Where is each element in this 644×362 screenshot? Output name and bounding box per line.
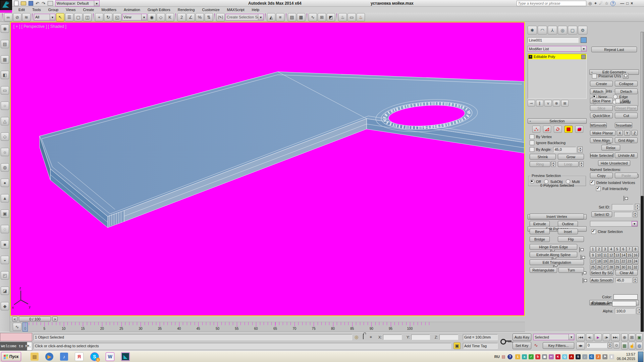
redo-icon[interactable]: ↷ [42,1,45,6]
preserve-uvs-settings-button[interactable] [623,73,629,79]
hinge-from-edge-button[interactable]: Hinge From Edge [530,244,577,250]
insert-vertex-button[interactable]: Insert Vertex [530,214,584,219]
smoothing-group-button[interactable]: 4 [608,246,614,252]
y-coordinate-field[interactable] [411,335,430,340]
application-menu-button[interactable] [0,0,12,10]
use-pivot-center-icon[interactable]: ◉ [148,13,156,21]
msmooth-button[interactable]: MSmooth [590,122,607,128]
material-editor-icon[interactable]: ◩ [327,13,335,21]
tray-mute-icon[interactable]: ♪ [582,354,587,359]
ring-spinner[interactable] [551,161,555,167]
collapse-button[interactable]: Collapse [615,81,638,86]
paste-button[interactable]: Paste [615,173,638,178]
tray-network-icon[interactable]: ▮ [609,354,614,359]
pin-stack-icon[interactable]: ⊸ [528,100,535,107]
smoothing-group-button[interactable]: 27 [602,264,608,270]
left-toolbar-button[interactable]: ○ [1,102,9,110]
time-slider-handle[interactable]: 0 / 100 [19,316,51,321]
select-id-field[interactable] [614,212,632,217]
tab-hierarchy[interactable]: ⅄ [548,26,557,35]
inset-button[interactable]: Inset [558,229,578,234]
subobject-border-icon[interactable] [554,126,562,133]
expand-stack-icon[interactable]: + [529,55,532,59]
menu-item[interactable]: Graph Editors [144,8,174,12]
planar-x-button[interactable]: X [617,130,623,136]
help-tray-icon[interactable]: ? [507,354,513,359]
object-name-field[interactable]: Line001 [528,37,579,43]
tray-flag-icon[interactable]: ⚑ [602,354,607,359]
align-icon[interactable]: ≡ [276,13,284,21]
auto-key-button[interactable]: Auto Key [513,334,531,341]
macro-recorder-pane[interactable] [0,333,32,341]
by-vertex-checkbox[interactable] [530,134,534,139]
full-interactivity-checkbox[interactable] [596,186,601,191]
smoothing-group-button[interactable]: 14 [621,252,626,258]
smoothing-group-button[interactable]: 29 [614,264,620,270]
taskbar-skype-button[interactable]: S 1 [90,352,99,361]
color-swatch[interactable] [613,294,638,300]
flip-button[interactable]: Flip [558,236,584,242]
subobject-edge-icon[interactable] [543,126,551,133]
tab-display[interactable]: ▢ [568,26,577,35]
go-to-start-button[interactable]: |◀◀ [576,334,585,341]
minimize-button[interactable]: — [620,1,624,6]
smoothing-group-button[interactable]: 12 [608,252,614,258]
delete-isolated-vertices-checkbox[interactable] [590,180,595,185]
select-object-icon[interactable]: ↖ [56,13,64,21]
bind-to-space-warp-icon[interactable]: ≋ [22,13,31,21]
key-filters-button[interactable]: Key Filters... [543,342,574,349]
track-bar[interactable]: ∿ 0 5 10 15 20 25 30 [10,322,525,332]
split-checkbox[interactable] [615,99,620,103]
slice-plane-button[interactable]: Slice Plane [590,98,613,104]
percent-snap-icon[interactable]: % [196,13,204,21]
z-coordinate-field[interactable] [439,335,458,340]
tab-motion[interactable]: ◎ [558,26,567,35]
pan-view-button[interactable]: ☝ [629,342,635,350]
smoothing-group-button[interactable]: 2 [596,246,602,252]
graphite-ribbon-icon[interactable]: ▦ [297,13,305,21]
select-and-manipulate-icon[interactable]: ◇ [157,13,165,21]
key-step-toggle[interactable]: ◀▶ [576,342,585,350]
rollout-selection-header[interactable]: - Selection [528,118,587,124]
menu-item[interactable]: Group [45,8,62,12]
scene-canvas[interactable]: z x y [11,22,524,315]
planar-z-button[interactable]: Z [632,130,638,136]
outline-button[interactable]: Outline [558,221,578,227]
make-unique-icon[interactable]: ⋎ [544,100,552,107]
stack-item-visibility-icon[interactable] [581,55,586,59]
add-time-tag[interactable]: Add Time Tag [463,343,498,349]
tessellate-button[interactable]: Tessellate [615,122,632,128]
left-toolbar-button[interactable]: ☼ [1,148,9,156]
extrude-along-spline-settings-button[interactable] [583,278,583,283]
tray-comodo-icon[interactable]: C [589,354,594,359]
tray-beats-icon[interactable]: b [535,354,540,359]
tab-utilities[interactable]: ⚙ [578,26,587,35]
tray-kaspersky-icon[interactable]: K [555,354,560,359]
undo-icon[interactable]: ↶ [36,1,39,6]
smoothing-group-button[interactable]: 18 [596,258,602,264]
subobject-element-icon[interactable] [575,126,583,133]
current-frame-field[interactable]: 0 [586,343,607,348]
select-by-name-icon[interactable]: ☰ [65,13,73,21]
grid-align-button[interactable]: Grid Align [615,137,638,143]
select-and-move-icon[interactable]: + [95,13,103,21]
smoothing-group-button[interactable]: 28 [608,264,614,270]
grow-button[interactable]: Grow [558,154,584,160]
quickslice-button[interactable]: QuickSlice [590,113,613,118]
menu-item[interactable]: Customize [199,8,223,12]
left-toolbar-button[interactable]: ◇ [1,132,9,141]
tray-java-icon[interactable]: J [596,354,601,359]
preserve-uvs-checkbox[interactable] [592,74,597,78]
clear-all-button[interactable]: Clear All [615,270,638,276]
modifier-list-dropdown[interactable]: Modifier List [528,46,587,52]
set-key-button[interactable]: Set Key [513,342,531,349]
new-file-icon[interactable] [14,1,18,6]
window-crossing-icon[interactable]: ◫ [83,13,92,21]
select-and-link-icon[interactable]: ∞ [4,13,12,21]
selection-lock-icon[interactable] [363,334,364,339]
reference-coordinate-dropdown[interactable]: View [122,14,147,20]
smoothing-group-button[interactable]: 19 [602,258,608,264]
restore-button[interactable]: □ [626,1,629,6]
keyboard-override-icon[interactable]: K [166,13,174,21]
attach-button[interactable]: Attach [590,88,606,94]
